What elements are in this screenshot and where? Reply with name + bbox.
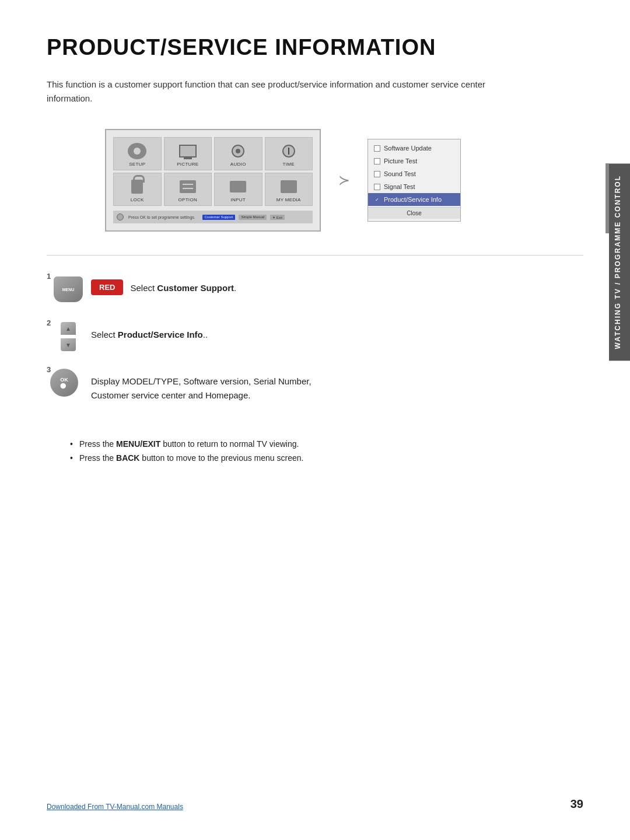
- page-description: This function is a customer support func…: [47, 78, 525, 106]
- menu-item-input: INPUT: [214, 173, 262, 206]
- step-2-text: Select Product/Service Info..: [91, 320, 208, 342]
- checkbox-sound: [374, 171, 380, 177]
- submenu-item-sound: Sound Test: [368, 167, 460, 180]
- tv-screen: SETUP PICTURE AUDIO: [105, 129, 321, 232]
- step-3-number: 3: [47, 365, 51, 374]
- submenu-label-picture: Picture Test: [384, 158, 417, 164]
- menu-label-input: INPUT: [231, 197, 246, 202]
- page-content: PRODUCT/SERVICE INFORMATION This functio…: [0, 0, 630, 501]
- mymedia-icon: [278, 178, 299, 195]
- menu-label-time: TIME: [283, 162, 295, 167]
- nav-button[interactable]: ▲ ▼: [54, 322, 83, 351]
- lock-icon: [127, 178, 148, 195]
- picture-icon: [177, 142, 198, 160]
- menu-item-option: OPTION: [164, 173, 212, 206]
- audio-icon: [228, 142, 249, 160]
- submenu-close: Close: [368, 207, 460, 219]
- step-3-text: Display MODEL/TYPE, Software version, Se…: [91, 366, 312, 402]
- step-1-number: 1: [47, 272, 51, 281]
- menu-item-setup: SETUP: [113, 137, 162, 170]
- menu-item-lock: LOCK: [113, 173, 162, 206]
- submenu-item-software: Software Update: [368, 142, 460, 155]
- side-tab: WATCHING TV / PROGRAMME CONTROL: [609, 163, 630, 360]
- submenu-item-picture: Picture Test: [368, 155, 460, 167]
- note-2: Press the BACK button to move to the pre…: [70, 452, 583, 466]
- tv-bottom-bar: Press OK to set programme settings. Cust…: [113, 211, 313, 223]
- step-3-badge: 3 OK⬤: [47, 366, 82, 401]
- input-icon: [228, 178, 249, 195]
- right-arrow-icon: ≻: [338, 172, 350, 188]
- color-btn-gray: Simple Manual: [239, 215, 267, 220]
- step-1-text: Select Customer Support.: [130, 273, 236, 295]
- tv-ui-area: SETUP PICTURE AUDIO: [105, 129, 583, 232]
- menu-label-picture: PICTURE: [177, 162, 198, 167]
- page-title: PRODUCT/SERVICE INFORMATION: [47, 35, 583, 60]
- option-icon: [177, 178, 198, 195]
- tv-submenu: Software Update Picture Test Sound Test …: [368, 139, 461, 222]
- menu-item-picture: PICTURE: [164, 137, 212, 170]
- submenu-label-software: Software Update: [384, 145, 432, 152]
- press-icon: [117, 214, 124, 220]
- tv-bottom-colors: Customer Support Simple Manual ✦ Exit: [202, 215, 285, 220]
- checkbox-picture: [374, 158, 380, 164]
- step-2-number: 2: [47, 318, 51, 327]
- menu-label-lock: LOCK: [131, 197, 144, 202]
- bottom-bar-text: Press OK to set programme settings.: [128, 215, 195, 219]
- menu-label-option: OPTION: [178, 197, 197, 202]
- submenu-item-signal: Signal Test: [368, 180, 460, 193]
- checkmark-product: ✓: [374, 197, 380, 203]
- step-1-content: RED Select Customer Support.: [91, 273, 236, 295]
- color-btn-exit: ✦ Exit: [270, 215, 285, 220]
- note-1: Press the MENU/EXIT button to return to …: [70, 438, 583, 452]
- step-2-row: 2 ▲ ▼ Select Product/Service Info..: [47, 320, 583, 355]
- submenu-label-sound: Sound Test: [384, 170, 416, 177]
- menu-item-time: TIME: [265, 137, 313, 170]
- red-button[interactable]: RED: [91, 279, 123, 295]
- setup-icon: [127, 142, 148, 160]
- step-1-row: 1 MENU RED Select Customer Support.: [47, 273, 583, 308]
- menu-label-setup: SETUP: [129, 162, 145, 167]
- submenu-label-product: Product/Service Info: [384, 196, 442, 203]
- menu-button[interactable]: MENU: [54, 276, 83, 302]
- menu-button-label: MENU: [62, 288, 75, 292]
- ok-button[interactable]: OK⬤: [50, 369, 78, 397]
- notes-area: Press the MENU/EXIT button to return to …: [47, 438, 583, 466]
- footer-link[interactable]: Downloaded From TV-Manual.com Manuals: [47, 803, 183, 811]
- submenu-item-product: ✓ Product/Service Info: [368, 193, 460, 206]
- checkbox-software: [374, 145, 380, 152]
- menu-item-mymedia: MY MEDIA: [265, 173, 313, 206]
- side-accent: [606, 163, 609, 233]
- ok-button-label: OK⬤: [60, 377, 68, 388]
- nav-up-icon: ▲: [61, 322, 76, 335]
- menu-item-audio: AUDIO: [214, 137, 262, 170]
- step-2-badge: 2 ▲ ▼: [47, 320, 82, 355]
- step-3-row: 3 OK⬤ Display MODEL/TYPE, Software versi…: [47, 366, 583, 402]
- step-1-badge: 1 MENU: [47, 273, 82, 308]
- tv-menu-grid: SETUP PICTURE AUDIO: [113, 137, 313, 206]
- page-number: 39: [570, 797, 583, 811]
- color-btn-blue: Customer Support: [202, 215, 236, 220]
- time-icon: [278, 142, 299, 160]
- submenu-label-signal: Signal Test: [384, 183, 415, 190]
- checkbox-signal: [374, 184, 380, 190]
- menu-label-audio: AUDIO: [230, 162, 246, 167]
- menu-label-mymedia: MY MEDIA: [276, 197, 301, 202]
- section-divider: [47, 255, 583, 256]
- nav-down-icon: ▼: [61, 338, 76, 351]
- steps-area: 1 MENU RED Select Customer Support. 2 ▲ …: [47, 273, 583, 402]
